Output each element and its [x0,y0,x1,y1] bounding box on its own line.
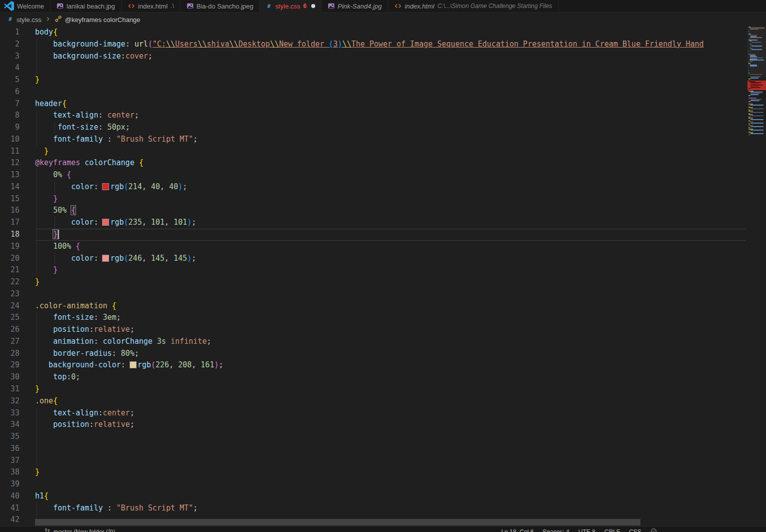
code-token: 3s [157,337,166,346]
code-line-content[interactable] [35,288,745,300]
code-line-content[interactable]: .one{ [35,395,745,407]
code-line-content[interactable]: color: rgb(235, 101, 101); [35,217,745,229]
code-line-content[interactable]: @keyframes colorChange { [35,157,745,169]
code-line-content[interactable]: border-radius: 80%; [35,348,745,360]
tab-bia-do-sancho-jpeg[interactable]: Bia-do Sancho.jpeg [181,0,260,12]
color-swatch[interactable] [130,362,136,368]
code-line-30: 30 top:0; [0,371,745,383]
code-line-content[interactable]: text-align: center; [35,110,745,122]
breadcrumb-file[interactable]: style.css [17,16,42,24]
code-token: , [142,218,147,227]
code-token: { [76,242,80,251]
code-line-content[interactable]: font-size: 3em; [35,312,745,324]
minimap-line-mark [750,123,763,124]
minimap-line-mark [750,61,752,62]
code-line-content[interactable]: background-image: url("C:\\Users\\shiva\… [35,39,745,51]
minimap[interactable] [747,27,766,526]
code-line-content[interactable]: .color-animation { [35,300,745,312]
code-line-35: 35 [0,431,745,443]
code-token: ; [183,182,187,191]
tab-lanikai-beach-jpg[interactable]: lanikai beach.jpg [51,0,122,12]
code-line-content[interactable] [35,443,745,455]
color-swatch[interactable] [103,219,109,225]
code-line-content[interactable]: font-family : "Brush Script MT"; [35,502,745,514]
code-line-content[interactable]: } [35,466,745,478]
code-line-content[interactable]: color: rgb(214, 40, 40); [35,181,745,193]
code-line-content[interactable]: header{ [35,98,745,110]
code-line-content[interactable]: body{ [35,27,745,39]
status-item-crlf[interactable]: CRLF [604,528,620,532]
code-line-content[interactable]: } [35,276,745,288]
code-token [98,218,103,227]
code-line-40: 40h1{ [0,490,745,502]
code-line-content[interactable] [35,86,745,98]
code-token: ) [338,40,342,49]
code-line-content[interactable]: font-family : "Brush Script MT"; [35,134,745,146]
code-line-content[interactable] [35,455,745,467]
code-line-content[interactable]: 0% { [35,169,745,181]
code-line-content[interactable]: color: rgb(246, 145, 145); [35,253,745,265]
code-line-content[interactable] [35,478,745,490]
unsaved-changes-dot-icon[interactable] [311,4,315,8]
code-line-content[interactable]: animation: colorChange 3s infinite; [35,336,745,348]
code-line-content[interactable]: } [35,383,745,395]
code-token [169,218,174,227]
status-branch[interactable]: master (New folder (3)) [44,528,115,532]
code-token [35,194,53,203]
code-token [103,503,107,512]
line-number: 15 [0,193,35,205]
code-token: url [135,40,148,49]
code-line-content[interactable]: h1{ [35,490,745,502]
indent-guide [37,39,37,51]
code-token: { [53,28,58,37]
status-item-spaces-4[interactable]: Spaces: 4 [543,528,569,532]
code-line-24: 24.color-animation { [0,300,745,312]
breadcrumb-symbol[interactable]: @keyframes colorChange [65,16,140,24]
code-line-content[interactable]: } [35,264,745,276]
code-line-content[interactable]: } [35,146,745,158]
indent-guide [37,241,37,253]
code-line-content[interactable]: position:relative; [35,324,745,336]
code-line-content[interactable]: 100% { [35,241,745,253]
code-line-content[interactable]: font-size: 50px; [35,122,745,134]
code-line-content[interactable]: text-align:center; [35,407,745,419]
tab-style-css[interactable]: #style.css6 [260,0,322,12]
code-line-content[interactable] [35,431,745,443]
code-line-content[interactable] [35,62,745,74]
tab-welcome[interactable]: Welcome [0,0,51,12]
color-swatch[interactable] [103,255,109,261]
color-swatch[interactable] [103,184,109,190]
code-line-content[interactable]: } [35,74,745,86]
code-token: ) [187,218,192,227]
code-line-content[interactable]: } [35,229,745,241]
tab-pink-sand4-jpg[interactable]: Pink-Sand4.jpg [322,0,388,12]
status-item-utf-8[interactable]: UTF-8 [578,528,595,532]
code-token [130,40,135,49]
line-number: 33 [0,407,35,419]
tab-index-html[interactable]: index.html.\ [122,0,181,12]
status-item-ln-18-col-6[interactable]: Ln 18, Col 6 [501,528,534,532]
code-line-10: 10 font-family : "Brush Script MT"; [0,134,745,146]
code-line-content[interactable]: position:relative; [35,419,745,431]
indent-guide [37,455,37,467]
code-line-27: 27 animation: colorChange 3s infinite; [0,336,745,348]
line-number: 41 [0,502,35,514]
line-number: 5 [0,74,35,86]
code-token [35,52,53,61]
status-item-css[interactable]: CSS [629,528,641,532]
code-line-content[interactable]: background-size:cover; [35,51,745,63]
indent-guide [37,193,37,205]
code-line-content[interactable]: 50% { [35,205,745,217]
code-token [103,111,107,120]
code-editor[interactable]: 1body{2 background-image: url("C:\\Users… [0,27,745,526]
code-token: 50px [108,123,126,132]
line-number: 37 [0,455,35,467]
tab-index-html[interactable]: index.htmlC:\...\Simon Game Challenge St… [388,0,559,12]
minimap-line-mark [748,71,749,72]
code-line-content[interactable]: background-color: rgb(226, 208, 161); [35,359,745,371]
line-number: 36 [0,443,35,455]
formatter-check-icon[interactable] [650,528,657,532]
code-line-content[interactable]: top:0; [35,371,745,383]
code-line-content[interactable]: } [35,193,745,205]
horizontal-scrollbar-thumb[interactable] [35,519,640,525]
